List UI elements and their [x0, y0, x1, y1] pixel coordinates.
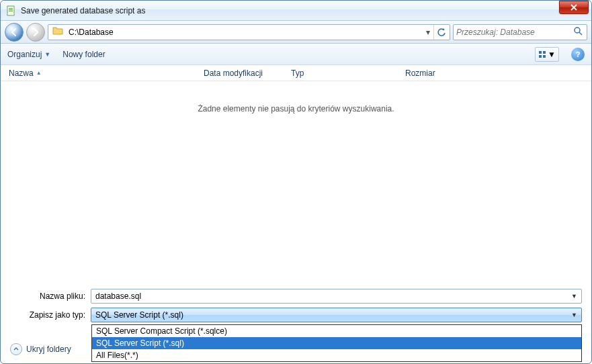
navigation-bar: C:\Database ▾ — [1, 21, 591, 44]
column-type[interactable]: Typ — [291, 69, 405, 78]
new-folder-button[interactable]: Nowy folder — [62, 50, 105, 59]
filename-field[interactable]: ▼ — [91, 289, 582, 304]
empty-message: Żadne elementy nie pasują do kryteriów w… — [198, 104, 394, 113]
savetype-label: Zapisz jako typ: — [10, 310, 85, 320]
view-options-button[interactable]: ▼ — [535, 47, 559, 62]
view-icon — [538, 50, 546, 58]
new-folder-label: Nowy folder — [62, 50, 105, 59]
svg-rect-2 — [9, 9, 13, 10]
help-button[interactable]: ? — [571, 48, 585, 61]
file-list-area: Żadne elementy nie pasują do kryteriów w… — [1, 81, 591, 269]
svg-rect-7 — [543, 51, 546, 54]
toolbar: Organizuj ▼ Nowy folder ▼ ? — [1, 44, 591, 65]
close-button[interactable] — [559, 1, 589, 14]
filetype-option[interactable]: All Files(*.*) — [92, 349, 581, 361]
window-title: Save generated database script as — [21, 6, 559, 15]
filetype-option[interactable]: SQL Server Compact Script (*.sqlce) — [92, 325, 581, 337]
path-dropdown-icon[interactable]: ▾ — [423, 28, 433, 37]
column-size[interactable]: Rozmiar — [405, 69, 472, 78]
filetype-dropdown[interactable]: SQL Server Compact Script (*.sqlce) SQL … — [91, 324, 582, 362]
column-modified[interactable]: Data modyfikacji — [204, 69, 291, 78]
search-box[interactable] — [453, 24, 587, 40]
address-bar[interactable]: C:\Database ▾ — [48, 24, 450, 40]
save-panel: Nazwa pliku: ▼ Zapisz jako typ: SQL Serv… — [1, 287, 591, 363]
hide-folders-toggle[interactable] — [10, 343, 22, 355]
search-icon[interactable] — [572, 26, 584, 38]
svg-rect-1 — [9, 8, 13, 9]
sort-ascending-icon: ▲ — [36, 70, 42, 76]
search-input[interactable] — [456, 28, 572, 37]
filename-input[interactable] — [95, 291, 571, 301]
folder-icon — [52, 26, 65, 38]
filename-row: Nazwa pliku: ▼ — [1, 287, 591, 306]
svg-point-4 — [575, 28, 580, 33]
title-bar: Save generated database script as — [1, 1, 591, 21]
filename-label: Nazwa pliku: — [10, 291, 85, 301]
svg-rect-9 — [543, 55, 546, 58]
chevron-down-icon[interactable]: ▼ — [571, 293, 577, 300]
filetype-option[interactable]: SQL Server Script (*.sql) — [92, 337, 581, 349]
column-header-row: Nazwa ▲ Data modyfikacji Typ Rozmiar — [1, 65, 591, 81]
hide-folders-label[interactable]: Ukryj foldery — [26, 345, 71, 354]
chevron-down-icon[interactable]: ▼ — [571, 312, 577, 318]
svg-line-5 — [579, 32, 582, 35]
savetype-combobox[interactable]: SQL Server Script (*.sql) ▼ — [91, 308, 582, 322]
chevron-down-icon: ▼ — [44, 51, 50, 58]
savetype-value: SQL Server Script (*.sql) — [95, 310, 571, 320]
back-button[interactable] — [5, 23, 24, 42]
column-name[interactable]: Nazwa ▲ — [9, 69, 204, 78]
svg-rect-6 — [539, 51, 542, 54]
forward-button — [26, 23, 45, 42]
refresh-button[interactable] — [433, 25, 448, 40]
savetype-row: Zapisz jako typ: SQL Server Script (*.sq… — [1, 306, 591, 324]
organize-button[interactable]: Organizuj ▼ — [7, 50, 50, 59]
svg-rect-3 — [9, 11, 13, 11]
path-text: C:\Database — [67, 28, 423, 37]
app-icon — [6, 5, 17, 16]
chevron-down-icon: ▼ — [548, 50, 556, 59]
organize-label: Organizuj — [7, 50, 42, 59]
svg-rect-8 — [539, 55, 542, 58]
